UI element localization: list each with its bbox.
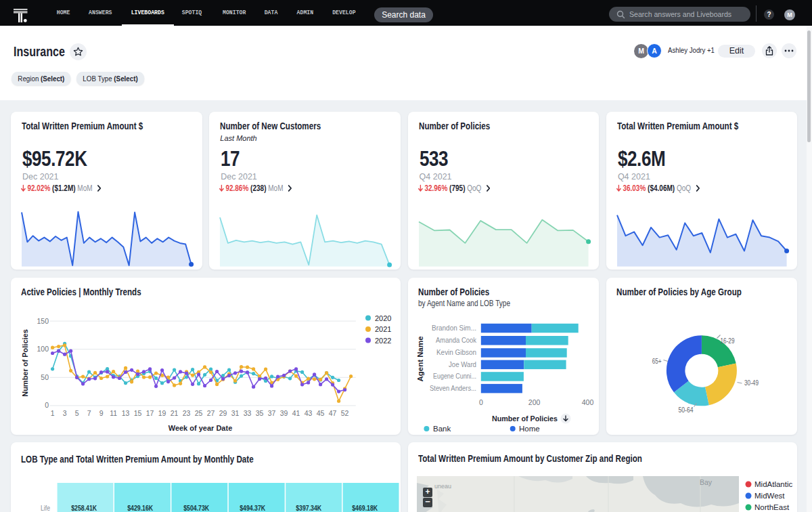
svg-text:7: 7	[87, 408, 91, 417]
svg-text:2020: 2020	[375, 314, 391, 322]
svg-text:2022: 2022	[375, 336, 391, 344]
svg-text:5: 5	[75, 408, 79, 417]
svg-text:Eugene Cunni...: Eugene Cunni...	[433, 372, 476, 380]
svg-text:Amanda Cook: Amanda Cook	[436, 336, 477, 344]
svg-text:47: 47	[329, 408, 337, 417]
svg-text:$429.16K: $429.16K	[127, 504, 154, 512]
svg-text:29: 29	[219, 408, 227, 417]
svg-text:$494.37K: $494.37K	[240, 504, 266, 512]
svg-text:50-64: 50-64	[678, 406, 693, 414]
svg-text:30-49: 30-49	[744, 378, 759, 386]
svg-text:Kevin Gibson: Kevin Gibson	[436, 348, 476, 356]
svg-text:2021: 2021	[375, 325, 391, 333]
svg-text:Life: Life	[41, 504, 50, 512]
svg-text:Brandon Sim...: Brandon Sim...	[432, 324, 476, 332]
svg-text:Agent Name: Agent Name	[416, 336, 424, 381]
svg-text:45: 45	[317, 408, 325, 417]
svg-text:uneau: uneau	[434, 483, 451, 490]
svg-text:$469.18K: $469.18K	[352, 504, 378, 512]
svg-text:1: 1	[51, 408, 55, 417]
svg-text:0: 0	[478, 398, 482, 406]
svg-text:39: 39	[280, 408, 288, 417]
svg-text:11: 11	[110, 408, 117, 417]
svg-text:Number of Policies: Number of Policies	[492, 414, 558, 423]
svg-text:16-29: 16-29	[720, 336, 734, 344]
svg-text:Joe Ward: Joe Ward	[449, 360, 476, 368]
svg-text:65+: 65+	[652, 357, 662, 365]
svg-text:Bay: Bay	[700, 478, 713, 486]
svg-text:Bank: Bank	[433, 425, 451, 433]
svg-text:15: 15	[134, 408, 142, 417]
svg-text:NorthEast: NorthEast	[754, 503, 790, 511]
svg-text:100: 100	[37, 345, 49, 353]
svg-text:25: 25	[195, 408, 203, 417]
svg-text:200: 200	[528, 398, 540, 406]
svg-text:0: 0	[45, 401, 49, 409]
svg-text:31: 31	[231, 408, 240, 417]
svg-text:21: 21	[171, 408, 179, 417]
svg-text:27: 27	[207, 408, 215, 417]
svg-text:33: 33	[244, 408, 252, 417]
svg-text:50: 50	[41, 372, 49, 381]
svg-text:MidAtlantic: MidAtlantic	[754, 480, 792, 488]
svg-text:$258.41K: $258.41K	[71, 504, 97, 512]
svg-text:52: 52	[341, 408, 349, 417]
svg-text:$397.34K: $397.34K	[296, 504, 322, 512]
svg-text:41: 41	[292, 408, 300, 417]
svg-text:35: 35	[256, 408, 264, 417]
svg-text:MidWest: MidWest	[754, 492, 785, 500]
svg-text:400: 400	[581, 398, 593, 406]
svg-text:150: 150	[37, 316, 49, 324]
svg-text:$504.73K: $504.73K	[183, 504, 210, 512]
svg-text:Week of year Date: Week of year Date	[168, 424, 233, 432]
svg-text:Steven Anders...: Steven Anders...	[430, 384, 476, 392]
svg-text:37: 37	[268, 408, 276, 417]
svg-text:9: 9	[99, 408, 104, 417]
svg-text:13: 13	[122, 408, 130, 417]
svg-text:Number of Policies: Number of Policies	[21, 329, 29, 397]
svg-text:23: 23	[183, 408, 191, 417]
svg-text:3: 3	[63, 408, 67, 417]
svg-text:17: 17	[146, 408, 154, 417]
svg-text:43: 43	[304, 408, 313, 417]
svg-text:Home: Home	[519, 425, 540, 433]
svg-text:19: 19	[158, 408, 166, 417]
